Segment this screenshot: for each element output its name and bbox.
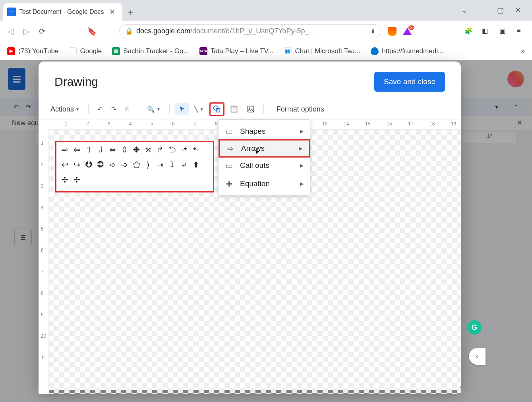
editing-dropdown[interactable]: ▾: [495, 103, 498, 111]
ruler-tick: 13: [322, 121, 327, 127]
account-avatar[interactable]: [507, 71, 524, 87]
ruler-tick: 8: [41, 290, 44, 296]
side-panel-toggle[interactable]: ‹: [469, 348, 486, 365]
rewards-icon[interactable]: 2: [403, 28, 412, 35]
line-tool[interactable]: ╲ ▼: [191, 103, 207, 115]
nav-back-button[interactable]: ◁: [6, 25, 15, 38]
minimize-button[interactable]: —: [479, 6, 486, 15]
image-tool[interactable]: [244, 103, 258, 115]
bookmark-item[interactable]: TATATata Play – Live TV...: [199, 47, 274, 55]
docs-logo-icon[interactable]: [8, 68, 25, 90]
sidepanel-icon[interactable]: ◧: [482, 27, 491, 36]
shape-menu-item-arrows[interactable]: ⇨Arrows▶: [219, 139, 310, 158]
wallet-icon[interactable]: ▣: [499, 27, 508, 36]
arrow-shape-option[interactable]: ⬏: [179, 144, 189, 155]
close-window-button[interactable]: ✕: [515, 6, 521, 15]
bookmark-item[interactable]: ▶(73) YouTube: [7, 47, 58, 55]
textbox-tool[interactable]: T: [227, 103, 241, 115]
ruler-tick: 7: [193, 121, 196, 127]
menu-icon[interactable]: ≡: [517, 27, 526, 36]
paint-format-button[interactable]: ⎚: [122, 103, 132, 115]
url-field[interactable]: 🔒 docs.google.com/document/d/1hP_y_UsnQ7…: [119, 24, 381, 38]
equation-bar-label: New equ: [12, 119, 39, 127]
collapse-toolbar-button[interactable]: ⌃: [513, 103, 518, 111]
arrow-shape-option[interactable]: ↩: [60, 160, 70, 170]
arrow-shape-option[interactable]: ⇥: [155, 160, 165, 170]
arrow-shape-option[interactable]: ⮌: [167, 144, 177, 155]
arrow-shape-option[interactable]: ⤶: [179, 160, 189, 170]
select-tool[interactable]: [175, 103, 189, 115]
shape-menu-item-call-outs[interactable]: ▭Call outs▶: [219, 156, 310, 175]
shape-menu-item-shapes[interactable]: ▭Shapes▶: [219, 122, 310, 140]
format-options-button[interactable]: Format options: [277, 105, 324, 113]
save-and-close-button[interactable]: Save and close: [374, 72, 445, 92]
arrow-shape-option[interactable]: ⤵: [167, 160, 177, 170]
arrow-shape-option[interactable]: ⬠: [131, 160, 141, 170]
submenu-arrow-icon: ▶: [300, 129, 304, 134]
ruler-tick: 16: [387, 121, 392, 127]
tabs-dropdown-icon[interactable]: ⌄: [462, 6, 468, 15]
bookmark-item[interactable]: 👥Chat | Microsoft Tea...: [284, 47, 360, 55]
extensions-icon[interactable]: 🧩: [464, 27, 473, 36]
arrow-shape-option[interactable]: ⇧: [83, 144, 94, 155]
arrow-shape-option[interactable]: ⮋: [83, 160, 94, 170]
submenu-arrow-icon: ▶: [300, 181, 304, 187]
undo-button[interactable]: ↶: [14, 103, 19, 111]
bookmark-item[interactable]: GGoogle: [69, 47, 102, 55]
menu-item-label: Equation: [240, 179, 270, 188]
arrow-shape-option[interactable]: ✢: [60, 175, 70, 185]
active-tab[interactable]: ≡ Test Document - Google Docs ✕: [3, 3, 122, 21]
share-icon[interactable]: ⇪: [370, 27, 375, 35]
arrow-shape-option[interactable]: ⟩: [143, 160, 153, 170]
redo-button[interactable]: ↷: [108, 103, 120, 115]
arrow-shape-option[interactable]: ✥: [131, 144, 141, 155]
svg-text:T: T: [232, 106, 235, 112]
menu-item-icon: ✚: [225, 179, 234, 188]
ruler-tick: 5: [41, 226, 44, 232]
undo-button[interactable]: ↶: [94, 103, 106, 115]
arrow-shape-option[interactable]: ↪: [72, 160, 82, 170]
bookmark-item[interactable]: https://framedmedi...: [371, 47, 443, 55]
reload-button[interactable]: ⟳: [37, 25, 47, 38]
bookmark-label: (73) YouTube: [18, 47, 58, 55]
zoom-button[interactable]: 🔍 ▼: [144, 103, 164, 115]
tab-close-button[interactable]: ✕: [108, 6, 117, 18]
redo-button[interactable]: ↷: [26, 103, 31, 111]
document-outline-button[interactable]: ☰: [14, 229, 32, 246]
arrow-shape-option[interactable]: ↱: [155, 144, 165, 155]
shape-tool[interactable]: [209, 102, 224, 116]
actions-menu[interactable]: Actions ▼: [47, 103, 83, 116]
ruler-tick: 10: [41, 333, 46, 339]
arrow-shape-option[interactable]: ➪: [107, 160, 118, 170]
bookmark-item[interactable]: ▦Sachin Tracker - Go...: [112, 47, 189, 55]
arrow-shape-option[interactable]: ⇔: [107, 144, 118, 155]
submenu-arrow-icon: ▶: [299, 146, 302, 151]
menu-item-icon: ▭: [225, 161, 234, 170]
browser-tab-strip: ≡ Test Document - Google Docs ✕ + ⌄ — ▢ …: [0, 0, 532, 21]
arrow-shape-option[interactable]: ⮊: [95, 160, 106, 170]
bookmark-favicon-icon: TATA: [199, 47, 207, 55]
bookmarks-overflow-button[interactable]: »: [521, 47, 525, 55]
maximize-button[interactable]: ▢: [497, 6, 504, 15]
arrow-shape-option[interactable]: ⤧: [143, 144, 153, 155]
shape-menu-item-equation[interactable]: ✚Equation▶: [219, 175, 310, 193]
arrow-shape-option[interactable]: ⇦: [72, 144, 82, 155]
grammarly-icon[interactable]: G: [467, 320, 482, 335]
brave-shields-icon[interactable]: [388, 27, 397, 36]
bookmark-icon[interactable]: 🔖: [85, 25, 99, 38]
vertical-ruler: 1234567891011: [39, 130, 49, 394]
arrow-shape-option[interactable]: ⬑: [191, 144, 201, 155]
bookmark-label: https://framedmedi...: [382, 47, 443, 55]
nav-forward-button[interactable]: ▷: [22, 25, 31, 38]
arrow-shape-option[interactable]: ➩: [119, 160, 130, 170]
close-equation-bar-button[interactable]: ✕: [517, 119, 522, 127]
new-tab-button[interactable]: +: [122, 7, 140, 21]
url-text: docs.google.com/document/d/1hP_y_UsnQ7Yo…: [136, 27, 315, 35]
arrow-shape-option[interactable]: ⬆: [191, 160, 201, 170]
arrow-shape-option[interactable]: ✢: [72, 175, 82, 185]
arrow-shape-option[interactable]: ⇨: [60, 144, 70, 155]
arrow-shape-option[interactable]: ⇩: [95, 144, 106, 155]
arrow-shape-option[interactable]: ⇕: [119, 144, 130, 155]
ruler-tick: 4: [129, 121, 132, 127]
ruler-tick: 18: [429, 121, 435, 127]
